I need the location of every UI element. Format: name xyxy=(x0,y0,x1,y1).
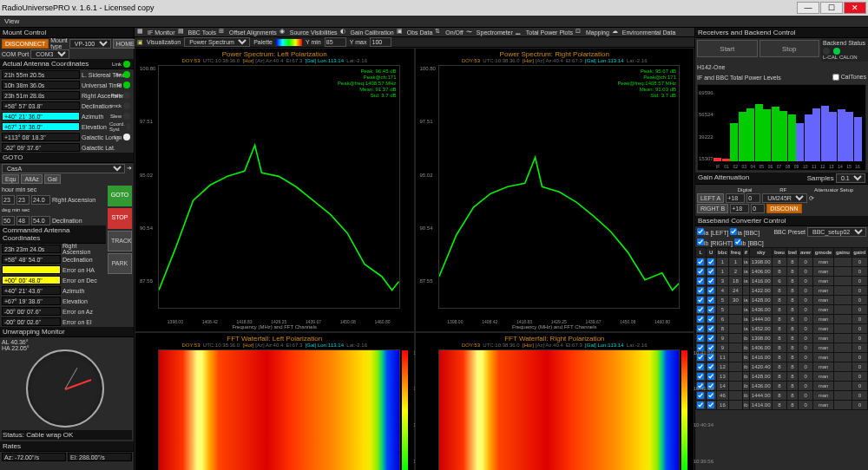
bbc-u-5[interactable] xyxy=(707,306,714,313)
caltones-checkbox[interactable] xyxy=(832,74,839,81)
ymin-input[interactable] xyxy=(325,37,346,47)
toolbar-if monitor[interactable]: ▦IF Monitor xyxy=(137,28,175,36)
toolbar-spectrometer[interactable]: 〜Spectrometer xyxy=(466,28,513,36)
bbc-l-0[interactable] xyxy=(697,258,704,265)
toolbar-icon-6: ⇅ xyxy=(435,28,444,36)
bbc-cell-4-6: 0 xyxy=(799,296,812,305)
toolbar-mapping[interactable]: ⊡Mapping xyxy=(575,28,609,36)
ra-min-input[interactable] xyxy=(16,195,30,205)
palette-swatch[interactable] xyxy=(276,39,302,46)
left-a-button[interactable]: LEFT A xyxy=(697,193,724,203)
bbc-cell-2-0: 3 xyxy=(716,277,729,286)
tp-header: IF and BBC Total Power Levels xyxy=(697,75,781,81)
bbc-l-14[interactable] xyxy=(697,392,704,399)
toolbar-offset alignments[interactable]: ⊞Offset Alignments xyxy=(219,28,277,36)
dec-sec-input[interactable] xyxy=(31,216,50,225)
toolbar-environmental data[interactable]: ☁Environmental Data xyxy=(612,28,675,36)
samples-select[interactable]: 0.1 xyxy=(836,173,865,183)
bbc-u-12[interactable] xyxy=(707,373,714,380)
ra-label: Right Ascension xyxy=(52,197,95,203)
arrow-right-icon[interactable]: ➜ xyxy=(127,165,132,172)
toolbar-on/off[interactable]: ⇅On/Off xyxy=(435,28,464,36)
ib-bbc-checkbox[interactable] xyxy=(734,238,741,245)
toolbar-total power plots[interactable]: ▁Total Power Plots xyxy=(516,28,573,36)
right-rf-input[interactable] xyxy=(751,204,765,213)
mount-type-select[interactable]: VP-100 xyxy=(69,39,111,49)
toolbar-source visibilities[interactable]: ◉Source Visibilities xyxy=(279,28,338,36)
window-min-button[interactable]: — xyxy=(797,2,819,14)
goto-source-select[interactable]: CasA xyxy=(2,164,125,173)
bbc-u-2[interactable] xyxy=(707,277,714,284)
antenna-val-2: 23h 51m 28.8s xyxy=(2,91,80,100)
ymax-input[interactable] xyxy=(370,37,391,47)
menu-view[interactable]: View xyxy=(4,17,19,25)
bbc-row-6: 6ia1444.00880man0 xyxy=(696,315,868,324)
bbc-l-8[interactable] xyxy=(697,335,704,342)
bbc-l-6[interactable] xyxy=(697,316,704,323)
window-close-button[interactable]: ✕ xyxy=(844,2,866,14)
bbc-cell-5-9: 0 xyxy=(852,305,867,315)
bbc-u-15[interactable] xyxy=(707,401,714,408)
bbc-l-12[interactable] xyxy=(697,373,704,380)
bbc-u-8[interactable] xyxy=(707,335,714,342)
bbc-l-15[interactable] xyxy=(697,401,704,408)
bbc-u-6[interactable] xyxy=(707,316,714,323)
bbc-row-0: 11ia1398.00880man0 xyxy=(696,258,868,267)
bbc-l-4[interactable] xyxy=(697,297,704,304)
left-rf-input[interactable] xyxy=(746,193,760,203)
ra-hour-input[interactable] xyxy=(2,195,15,205)
goto-button[interactable]: GOTO xyxy=(108,186,132,206)
ra-sec-input[interactable] xyxy=(31,195,50,205)
bbc-cell-8-8 xyxy=(834,334,852,343)
tp-bar xyxy=(713,158,721,161)
bbc-l-7[interactable] xyxy=(697,325,704,332)
bbc-row-8: 9ib1398.00880man0 xyxy=(696,334,868,343)
bbc-u-4[interactable] xyxy=(707,297,714,304)
tab-equ[interactable]: Equ xyxy=(2,174,19,184)
toolbar-obs data[interactable]: ▣Obs Data xyxy=(397,28,433,36)
right-b-button[interactable]: RIGHT B xyxy=(697,204,728,213)
bbc-preset-select[interactable]: BBC_setup02 xyxy=(807,227,866,237)
left-att-select[interactable]: UM245R xyxy=(762,193,807,203)
bbc-l-5[interactable] xyxy=(697,306,704,313)
bbc-l-2[interactable] xyxy=(697,277,704,284)
park-button[interactable]: PARK xyxy=(108,253,132,274)
stop-button[interactable]: STOP xyxy=(108,208,132,229)
bbc-col-bwu: bwu xyxy=(773,248,786,258)
dec-deg-input[interactable] xyxy=(2,216,15,225)
bbc-cell-3-6: 0 xyxy=(799,286,812,296)
left-dig-input[interactable] xyxy=(726,193,745,203)
ib-right-checkbox[interactable] xyxy=(697,238,704,245)
backend-start-button[interactable]: Start xyxy=(697,40,758,57)
bbc-u-1[interactable] xyxy=(707,268,714,275)
backend-stop-button[interactable]: Stop xyxy=(760,40,820,57)
tp-bar xyxy=(730,123,738,161)
refresh-icon[interactable]: ⟳ xyxy=(809,195,814,202)
bbc-u-0[interactable] xyxy=(707,258,714,265)
dec-min-input[interactable] xyxy=(16,216,30,225)
window-max-button[interactable]: ☐ xyxy=(820,2,843,14)
viz-select[interactable]: Power Spectrum xyxy=(184,37,250,47)
ia-left-checkbox[interactable] xyxy=(697,228,704,235)
bbc-u-11[interactable] xyxy=(707,363,714,370)
bbc-cell-13-4: 8 xyxy=(773,382,786,391)
bbc-l-1[interactable] xyxy=(697,268,704,275)
right-dig-input[interactable] xyxy=(730,204,749,213)
bbc-u-7[interactable] xyxy=(707,325,714,332)
bbc-l-11[interactable] xyxy=(697,363,704,370)
led-1 xyxy=(123,71,130,78)
bbc-u-3[interactable] xyxy=(707,287,714,294)
bbc-u-14[interactable] xyxy=(707,392,714,399)
bbc-l-3[interactable] xyxy=(697,287,704,294)
toolbar-bbc tools[interactable]: ▤BBC Tools xyxy=(178,28,217,36)
tab-gal[interactable]: Gal xyxy=(44,174,61,184)
cmd-val-5: +67° 19' 38.6" xyxy=(2,297,61,305)
bbc-cell-12-3: 1428.00 xyxy=(749,372,773,382)
comport-select[interactable]: COM3 xyxy=(30,49,69,59)
disconn-button[interactable]: DISCONN xyxy=(766,204,801,213)
disconnect-button[interactable]: DISCONNECT xyxy=(2,39,49,49)
toolbar-gain calibration[interactable]: ◐Gain Calibration xyxy=(340,28,394,36)
track-button[interactable]: TRACK xyxy=(108,231,132,251)
tab-altaz[interactable]: AltAz xyxy=(21,174,42,184)
bbc-row-3: 4241422.00880man0 xyxy=(696,286,868,296)
